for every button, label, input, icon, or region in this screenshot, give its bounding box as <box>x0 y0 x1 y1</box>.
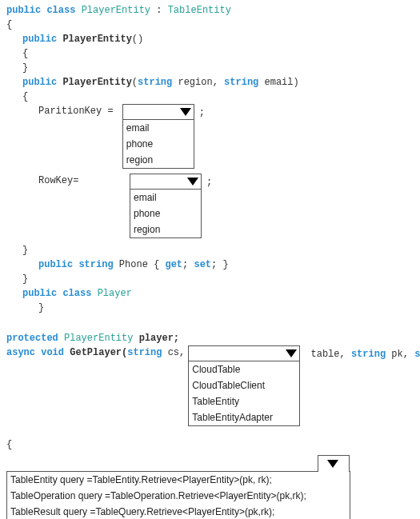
kw: public <box>22 288 57 299</box>
brace-open: { <box>6 18 414 32</box>
kw: public <box>22 34 57 45</box>
kw: void <box>41 347 64 358</box>
arg: email) <box>258 77 298 88</box>
txt: pk, <box>386 349 414 360</box>
dropdown-closed[interactable] <box>130 174 202 190</box>
kw: public <box>22 77 57 88</box>
chevron-down-icon <box>187 178 198 186</box>
dropdown-options[interactable]: email phone region <box>122 120 194 169</box>
kw: string <box>224 77 258 88</box>
getplayer-sig: async void GetPlayer(string cs, <box>6 345 185 360</box>
dropdown-options[interactable]: CloudTable CloudTableClient TableEntity … <box>188 361 300 426</box>
txt: ; <box>182 259 194 270</box>
txt: GetPlayer( <box>64 347 127 358</box>
brace: } <box>6 301 414 315</box>
txt: cs, <box>162 347 185 358</box>
kw: class <box>62 288 91 299</box>
list-row[interactable]: TableOperation query =TableOperation.Ret… <box>7 488 350 504</box>
kw: string <box>127 347 162 358</box>
brace: } <box>6 243 414 258</box>
p: ( <box>132 77 138 88</box>
phone-prop: public string Phone { get; set; } <box>6 258 414 272</box>
type: Player <box>98 288 132 299</box>
kw: string <box>414 349 420 360</box>
chevron-down-icon <box>327 460 338 468</box>
brace: { <box>6 437 414 452</box>
brace: } <box>6 272 414 286</box>
query-list[interactable]: TableEntity query =TableEntity.Retrieve<… <box>6 471 350 519</box>
kw: get <box>165 259 182 270</box>
type: PlayerEntity <box>64 333 133 344</box>
tabletype-dropdown[interactable]: CloudTable CloudTableClient TableEntity … <box>188 345 300 426</box>
ctor-name: PlayerEntity <box>62 34 131 45</box>
dropdown-closed[interactable] <box>188 345 300 361</box>
option-phone[interactable]: phone <box>123 136 194 152</box>
brace: { <box>6 46 414 61</box>
rowkey-row: RowKey= email phone region ; <box>6 174 414 238</box>
option-cloudtableclient[interactable]: CloudTableClient <box>189 377 299 393</box>
kw-class: class <box>46 5 75 16</box>
kw: async <box>6 347 35 358</box>
getplayer-rest: table, string pk, string rk) <box>305 345 420 361</box>
kw: string <box>138 77 172 88</box>
paritionkey-label: ParitionKey = <box>38 104 119 118</box>
txt: player; <box>133 333 179 344</box>
option-tableentityadapter[interactable]: TableEntityAdapter <box>189 409 299 425</box>
kw: set <box>194 259 211 270</box>
option-phone[interactable]: phone <box>130 206 201 222</box>
player-field: protected PlayerEntity player; <box>6 331 414 345</box>
brace: { <box>6 90 414 104</box>
option-email[interactable]: email <box>123 120 194 136</box>
option-cloudtable[interactable]: CloudTable <box>189 361 299 377</box>
kw-public: public <box>6 5 41 16</box>
chevron-down-icon <box>286 349 297 357</box>
parens: () <box>132 34 143 45</box>
dropdown-closed[interactable] <box>122 104 194 120</box>
brace: } <box>6 61 414 75</box>
class-decl: public class PlayerEntity : TableEntity <box>6 3 414 18</box>
ctor1: public PlayerEntity() <box>6 32 414 46</box>
paritionkey-row: ParitionKey = email phone region ; <box>6 104 414 169</box>
kw: string <box>351 349 386 360</box>
ctor-name: PlayerEntity <box>62 77 131 88</box>
option-region[interactable]: region <box>123 152 194 168</box>
getplayer-row: async void GetPlayer(string cs, CloudTab… <box>6 345 414 426</box>
option-email[interactable]: email <box>130 190 201 206</box>
list-row[interactable]: TableResult query =TableQuery.Retrieve<P… <box>7 504 350 519</box>
option-region[interactable]: region <box>130 222 201 238</box>
semicolon: ; <box>206 174 212 190</box>
chevron-down-icon <box>180 108 191 116</box>
kw: public <box>38 259 73 270</box>
type-playerentity: PlayerEntity <box>82 5 150 16</box>
option-tableentity[interactable]: TableEntity <box>189 393 299 409</box>
kw: protected <box>6 333 58 344</box>
txt: ; } <box>211 259 229 270</box>
ctor2: public PlayerEntity(string region, strin… <box>6 75 414 90</box>
arg: region, <box>172 77 224 88</box>
paritionkey-dropdown[interactable]: email phone region <box>122 104 194 169</box>
type-tableentity: TableEntity <box>168 5 231 16</box>
txt: Phone { <box>114 259 166 270</box>
player-class: public class Player <box>6 286 414 301</box>
dropdown-options[interactable]: email phone region <box>130 190 202 238</box>
txt: table, <box>305 349 351 360</box>
rowkey-dropdown[interactable]: email phone region <box>130 174 202 238</box>
list-row[interactable]: TableEntity query =TableEntity.Retrieve<… <box>7 472 350 488</box>
kw: string <box>78 259 113 270</box>
semicolon: ; <box>199 104 205 120</box>
colon: : <box>150 5 168 16</box>
rowkey-label: RowKey= <box>38 174 126 188</box>
list-dropdown-tab[interactable] <box>318 455 350 472</box>
